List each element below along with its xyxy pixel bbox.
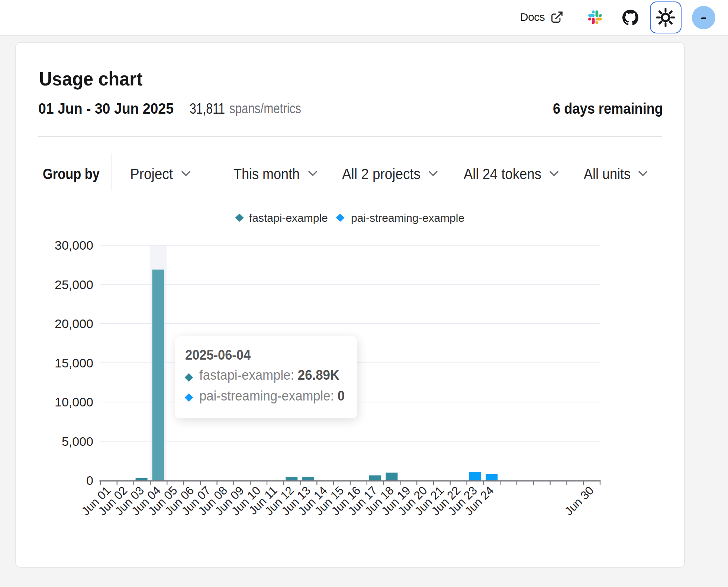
svg-text:30,000: 30,000 bbox=[55, 238, 93, 252]
svg-text:fastapi-example: fastapi-example bbox=[249, 212, 328, 224]
svg-text:5,000: 5,000 bbox=[62, 434, 93, 448]
svg-text:15,000: 15,000 bbox=[55, 356, 93, 370]
svg-text:10,000: 10,000 bbox=[55, 395, 93, 409]
svg-text:25,000: 25,000 bbox=[55, 278, 93, 292]
svg-text:pai-streaming-example: pai-streaming-example bbox=[351, 212, 464, 224]
svg-text:Jun 30: Jun 30 bbox=[562, 484, 596, 518]
svg-text:20,000: 20,000 bbox=[55, 317, 93, 331]
svg-text:0: 0 bbox=[86, 473, 93, 487]
